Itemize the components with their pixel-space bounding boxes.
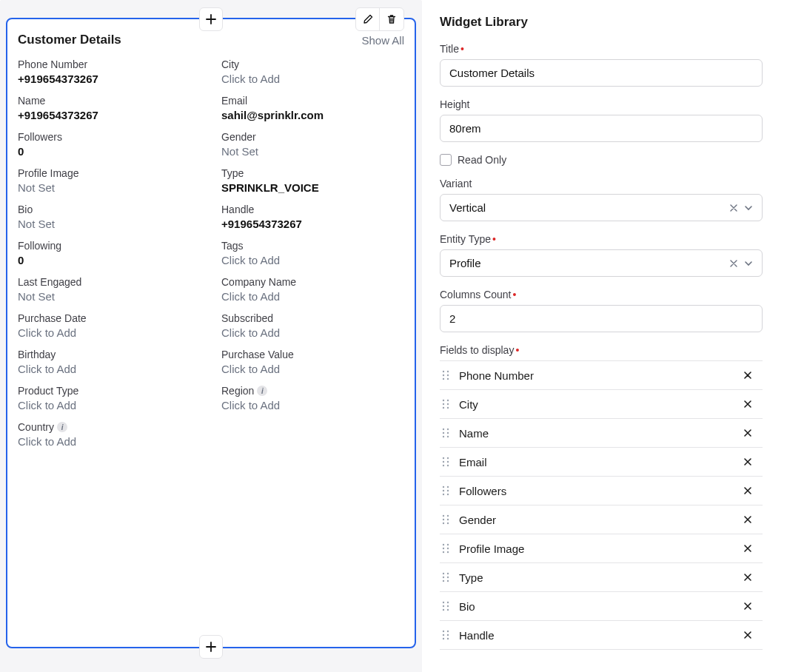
remove-field-button[interactable]	[740, 599, 755, 614]
info-icon[interactable]: i	[57, 422, 67, 432]
field-value[interactable]: Click to Add	[221, 254, 404, 266]
field-label: Type	[221, 167, 244, 179]
svg-point-1	[447, 371, 449, 372]
field-left-6: Last EngagedNot Set	[18, 275, 201, 303]
field-label: Last Engaged	[18, 276, 81, 288]
drag-handle-icon[interactable]	[440, 572, 452, 582]
remove-field-button[interactable]	[740, 454, 755, 469]
field-list-item[interactable]: Email	[440, 448, 763, 477]
widget-title: Customer Details	[18, 33, 121, 47]
field-label: Email	[221, 95, 247, 107]
svg-point-47	[447, 580, 449, 582]
field-label: Following	[18, 240, 61, 252]
field-list-item[interactable]: City	[440, 390, 763, 419]
show-all-link[interactable]: Show All	[361, 34, 404, 47]
field-value[interactable]: Click to Add	[18, 435, 201, 448]
field-value[interactable]: Click to Add	[18, 399, 201, 411]
svg-point-41	[447, 551, 449, 553]
field-list-item[interactable]: Bio	[440, 592, 763, 621]
drag-handle-icon[interactable]	[440, 457, 452, 467]
panel-title: Widget Library	[440, 15, 763, 30]
svg-point-36	[443, 544, 444, 545]
svg-point-5	[447, 378, 449, 380]
columns-input[interactable]	[440, 305, 763, 332]
remove-field-button[interactable]	[740, 512, 755, 527]
drag-handle-icon[interactable]	[440, 370, 452, 380]
field-label: Followers	[18, 131, 62, 143]
field-label: Product Type	[18, 385, 78, 397]
field-list-item[interactable]: Type	[440, 563, 763, 592]
remove-field-button[interactable]	[740, 570, 755, 585]
drag-handle-icon[interactable]	[440, 428, 452, 438]
field-list-item[interactable]: Profile Image	[440, 534, 763, 563]
info-icon[interactable]: i	[257, 386, 267, 396]
svg-point-8	[443, 403, 444, 405]
title-label: Title•	[440, 43, 763, 55]
preview-canvas: Customer Details Show All Phone Number+9…	[0, 0, 422, 672]
field-list-label: Phone Number	[459, 369, 740, 382]
drag-handle-icon[interactable]	[440, 543, 452, 554]
drag-handle-icon[interactable]	[440, 399, 452, 409]
svg-point-24	[443, 486, 444, 488]
plus-icon	[205, 13, 217, 25]
svg-point-18	[443, 457, 444, 459]
svg-point-53	[447, 609, 449, 611]
field-list-item[interactable]: Phone Number	[440, 361, 763, 390]
drag-handle-icon[interactable]	[440, 630, 452, 640]
field-value[interactable]: Click to Add	[18, 326, 201, 339]
svg-point-57	[447, 634, 449, 636]
field-value[interactable]: Click to Add	[221, 399, 404, 411]
field-list-item[interactable]: Followers	[440, 477, 763, 505]
field-list-item[interactable]: Gender	[440, 505, 763, 534]
remove-field-button[interactable]	[740, 368, 755, 383]
field-list-label: Profile Image	[459, 542, 740, 555]
field-label: Name	[18, 95, 45, 107]
field-value[interactable]: Click to Add	[18, 363, 201, 375]
height-input[interactable]	[440, 115, 763, 142]
delete-button[interactable]	[380, 8, 403, 30]
field-value: +919654373267	[18, 73, 201, 85]
entity-type-select[interactable]: Profile	[440, 249, 763, 277]
field-value[interactable]: Click to Add	[221, 73, 404, 85]
remove-field-button[interactable]	[740, 483, 755, 498]
field-right-8: Purchase ValueClick to Add	[221, 348, 404, 375]
clear-icon[interactable]	[729, 204, 738, 212]
field-value: 0	[18, 254, 201, 266]
field-list-item[interactable]: Name	[440, 419, 763, 448]
svg-point-20	[443, 461, 444, 463]
svg-point-2	[443, 374, 444, 376]
edit-button[interactable]	[356, 8, 380, 30]
field-left-5: Following0	[18, 239, 201, 266]
drag-handle-icon[interactable]	[440, 485, 452, 496]
field-list-label: Gender	[459, 514, 740, 526]
field-right-1: Emailsahil@sprinklr.com	[221, 94, 404, 121]
field-value: Not Set	[18, 181, 201, 194]
svg-point-12	[443, 429, 444, 430]
svg-point-4	[443, 378, 444, 380]
variant-select[interactable]: Vertical	[440, 194, 763, 221]
title-input[interactable]	[440, 59, 763, 87]
trash-icon	[386, 14, 397, 24]
field-value[interactable]: Click to Add	[221, 363, 404, 375]
field-value[interactable]: Click to Add	[221, 326, 404, 339]
add-widget-top-button[interactable]	[199, 7, 223, 31]
field-list-item[interactable]: Handle	[440, 621, 763, 650]
widget-toolbar	[355, 7, 404, 31]
remove-field-button[interactable]	[740, 397, 755, 411]
widget-card[interactable]: Customer Details Show All Phone Number+9…	[6, 18, 416, 648]
field-value[interactable]: Click to Add	[221, 290, 404, 303]
field-label: Bio	[18, 204, 33, 215]
field-list-label: Handle	[459, 629, 740, 642]
chevron-down-icon	[744, 204, 753, 212]
remove-field-button[interactable]	[740, 426, 755, 440]
drag-handle-icon[interactable]	[440, 601, 452, 611]
clear-icon[interactable]	[729, 259, 738, 268]
readonly-checkbox[interactable]	[440, 154, 452, 166]
field-right-4: Handle+919654373267	[221, 203, 404, 230]
add-widget-bottom-button[interactable]	[199, 635, 223, 659]
field-list-label: Bio	[459, 600, 740, 613]
remove-field-button[interactable]	[740, 628, 755, 642]
field-label: Gender	[221, 131, 256, 143]
remove-field-button[interactable]	[740, 541, 755, 556]
drag-handle-icon[interactable]	[440, 514, 452, 525]
